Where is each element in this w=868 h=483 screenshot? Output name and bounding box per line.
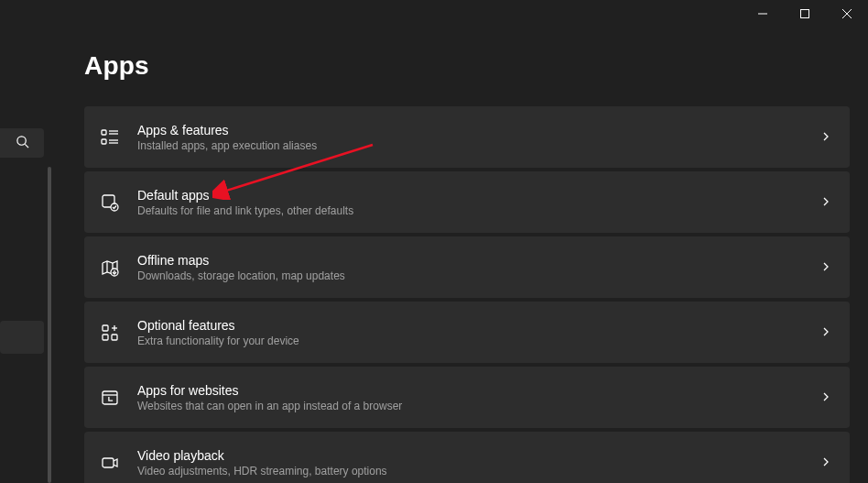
settings-items-list: Apps & features Installed apps, app exec… (84, 106, 850, 483)
item-desc: Downloads, storage location, map updates (137, 269, 820, 282)
svg-rect-23 (103, 391, 117, 404)
item-text: Video playback Video adjustments, HDR st… (137, 448, 820, 478)
window-controls (742, 0, 868, 27)
item-offline-maps[interactable]: Offline maps Downloads, storage location… (84, 236, 850, 298)
close-button[interactable] (826, 0, 868, 27)
chevron-right-icon (820, 455, 831, 471)
optional-features-icon (99, 322, 121, 344)
default-apps-icon (99, 192, 121, 214)
svg-rect-6 (102, 130, 106, 135)
item-text: Optional features Extra functionality fo… (137, 318, 820, 347)
item-title: Apps for websites (137, 383, 820, 398)
chevron-right-icon (820, 390, 831, 406)
item-desc: Extra functionality for your device (137, 335, 820, 347)
nav-selected-indicator[interactable] (0, 321, 44, 354)
page-title: Apps (84, 51, 850, 81)
item-title: Optional features (137, 318, 820, 333)
svg-rect-1 (801, 10, 809, 18)
item-apps-features[interactable]: Apps & features Installed apps, app exec… (84, 106, 850, 168)
item-desc: Websites that can open in an app instead… (137, 400, 820, 412)
minimize-button[interactable] (742, 0, 784, 27)
svg-rect-19 (103, 335, 108, 340)
item-text: Apps & features Installed apps, app exec… (137, 123, 820, 152)
chevron-right-icon (820, 129, 831, 146)
video-playback-icon (99, 452, 121, 474)
item-optional-features[interactable]: Optional features Extra functionality fo… (84, 302, 850, 363)
item-desc: Defaults for file and link types, other … (137, 204, 820, 217)
item-video-playback[interactable]: Video playback Video adjustments, HDR st… (84, 432, 850, 483)
apps-websites-icon (99, 387, 121, 409)
maximize-button[interactable] (784, 0, 826, 27)
item-apps-websites[interactable]: Apps for websites Websites that can open… (84, 367, 850, 428)
sidebar (0, 0, 44, 483)
content-area: Apps Apps & features Installed apps, app… (84, 51, 850, 483)
chevron-right-icon (820, 324, 831, 341)
item-text: Apps for websites Websites that can open… (137, 383, 820, 412)
item-text: Offline maps Downloads, storage location… (137, 253, 820, 282)
svg-rect-18 (103, 325, 108, 331)
item-title: Default apps (137, 188, 820, 203)
item-desc: Video adjustments, HDR streaming, batter… (137, 465, 820, 478)
item-text: Default apps Defaults for file and link … (137, 188, 820, 217)
chevron-right-icon (820, 259, 831, 276)
item-desc: Installed apps, app execution aliases (137, 139, 820, 152)
offline-maps-icon (99, 257, 121, 279)
scrollbar[interactable] (48, 167, 51, 483)
search-icon (16, 135, 29, 152)
apps-list-icon (99, 126, 121, 148)
svg-line-5 (25, 144, 28, 148)
svg-point-4 (16, 136, 25, 144)
item-title: Apps & features (137, 123, 820, 137)
svg-rect-9 (102, 139, 106, 144)
item-default-apps[interactable]: Default apps Defaults for file and link … (84, 171, 850, 233)
item-title: Video playback (137, 448, 820, 463)
svg-rect-20 (112, 335, 117, 340)
search-button[interactable] (0, 128, 44, 158)
svg-rect-25 (103, 458, 114, 467)
chevron-right-icon (820, 194, 831, 211)
item-title: Offline maps (137, 253, 820, 268)
